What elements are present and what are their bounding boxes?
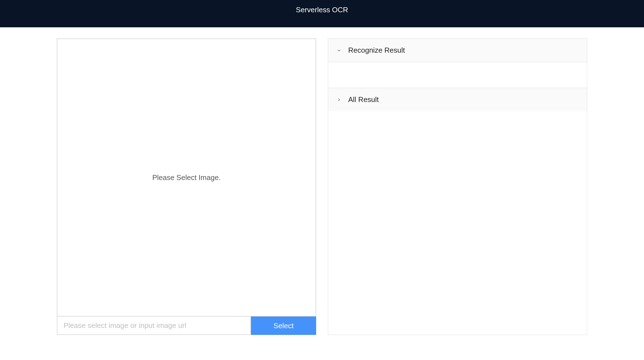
- input-row: Select: [57, 317, 316, 335]
- chevron-right-icon: [336, 97, 341, 102]
- main-content: Please Select Image. Select Recognize Re…: [0, 27, 644, 335]
- image-panel: Please Select Image. Select: [57, 38, 316, 335]
- select-button[interactable]: Select: [251, 317, 316, 335]
- all-result-section: All Result: [328, 88, 587, 111]
- recognize-result-section: Recognize Result: [328, 39, 587, 88]
- recognize-result-content: [328, 62, 587, 88]
- recognize-result-header[interactable]: Recognize Result: [328, 39, 587, 62]
- all-result-header[interactable]: All Result: [328, 88, 587, 111]
- results-panel: Recognize Result All Result: [328, 38, 587, 335]
- chevron-down-icon: [336, 48, 341, 53]
- recognize-result-title: Recognize Result: [348, 46, 405, 55]
- image-url-input[interactable]: [57, 317, 251, 335]
- image-drop-area[interactable]: Please Select Image.: [57, 38, 316, 317]
- app-header: Serverless OCR: [0, 0, 644, 27]
- all-result-title: All Result: [348, 95, 379, 104]
- image-placeholder-text: Please Select Image.: [152, 173, 221, 182]
- app-title: Serverless OCR: [296, 6, 348, 14]
